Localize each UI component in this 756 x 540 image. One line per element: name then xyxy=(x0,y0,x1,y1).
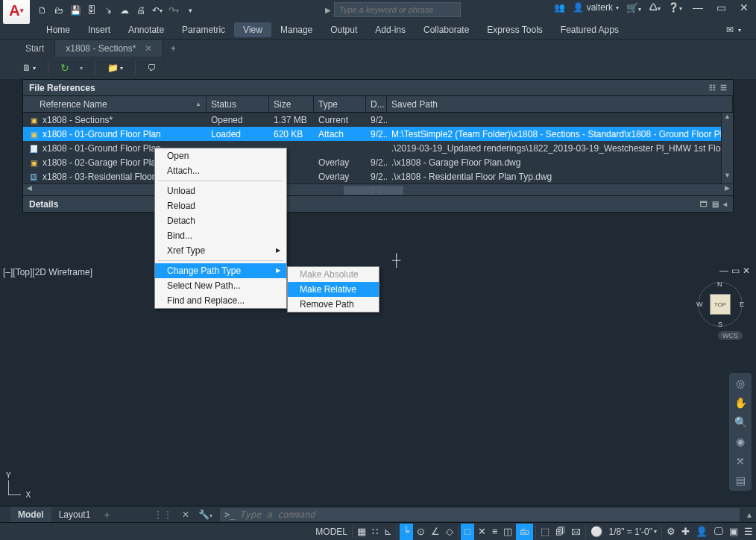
ribbon-tab-annotate[interactable]: Annotate xyxy=(119,22,173,37)
sb-people-icon[interactable]: 👤 xyxy=(693,526,711,537)
navbar-icon[interactable]: ⤧ xyxy=(736,455,745,467)
sb-sel-icon[interactable]: ⬚ xyxy=(538,526,552,537)
ribbon-tab-view[interactable]: View xyxy=(234,22,271,37)
search-play-icon[interactable]: ▶ xyxy=(325,6,331,14)
navbar-icon[interactable]: ◎ xyxy=(736,377,745,389)
th-name[interactable]: Reference Name xyxy=(23,96,207,112)
scroll-up-icon[interactable]: ▲ xyxy=(722,113,733,125)
th-status[interactable]: Status xyxy=(207,96,269,112)
qat-open-icon[interactable]: 🗁 xyxy=(51,3,66,18)
cmd-customize-icon[interactable]: 🔧▾ xyxy=(194,509,217,520)
ribbon-tab-addins[interactable]: Add-ins xyxy=(366,22,415,37)
sb-infer-icon[interactable]: ⊾ xyxy=(381,526,395,537)
app-store-icon[interactable]: 🛆▾ xyxy=(649,2,661,13)
vertical-scrollbar[interactable]: ▲ ▼ xyxy=(721,113,733,183)
menu-item[interactable]: Xref Type xyxy=(155,243,286,258)
sb-qprop-icon[interactable]: 🗐 xyxy=(552,526,568,537)
refresh-button[interactable]: ↻ xyxy=(60,62,69,74)
ribbon-tab-output[interactable]: Output xyxy=(321,22,366,37)
qat-plot-icon[interactable]: 🖨 xyxy=(133,3,148,18)
layout-tab-model[interactable]: Model xyxy=(10,507,51,522)
vp-minimize[interactable]: — xyxy=(719,266,728,276)
menu-item[interactable]: Make Relative xyxy=(288,282,379,297)
sb-plus-icon[interactable]: ✚ xyxy=(678,526,693,537)
filetab-close-icon[interactable]: ✕ xyxy=(145,43,152,54)
window-close[interactable]: ✕ xyxy=(737,1,752,13)
sb-iso-icon[interactable]: ◇ xyxy=(443,526,456,537)
layout-tab-layout1[interactable]: Layout1 xyxy=(51,507,98,522)
sb-scale[interactable]: 1/8" = 1'-0"▾ xyxy=(605,527,660,537)
navbar-icon[interactable]: 🔍 xyxy=(734,416,747,428)
sb-max-icon[interactable]: ▣ xyxy=(726,526,741,537)
ribbon-tab-insert[interactable]: Insert xyxy=(79,22,119,37)
cart-icon[interactable]: 🛒▾ xyxy=(626,2,641,13)
window-minimize[interactable]: — xyxy=(690,1,706,13)
scroll-right-icon[interactable]: ▶ xyxy=(721,184,733,195)
ribbon-tab-featured[interactable]: Featured Apps xyxy=(552,22,628,37)
sb-cycle-icon[interactable]: 🖮 xyxy=(516,524,533,540)
sb-custom-icon[interactable]: ☰ xyxy=(741,526,756,537)
th-date[interactable]: D... xyxy=(366,96,387,112)
sb-polar-icon[interactable]: ∠ xyxy=(428,526,443,537)
ribbon-tab-collaborate[interactable]: Collaborate xyxy=(415,22,478,37)
menu-item[interactable]: Find and Replace... xyxy=(155,293,286,308)
sb-model[interactable]: MODEL xyxy=(312,527,350,537)
sb-monitor-icon[interactable]: 🖵 xyxy=(711,526,726,537)
th-size[interactable]: Size xyxy=(269,96,314,112)
menu-item[interactable]: Detach xyxy=(155,213,286,228)
tree-view-icon[interactable]: ☰ xyxy=(720,84,727,92)
filetab-sections[interactable]: x1808 - Sections* ✕ xyxy=(55,40,163,57)
menu-item[interactable]: Bind... xyxy=(155,228,286,243)
attach-dwg-button[interactable]: 🗎▾ xyxy=(22,63,36,73)
horizontal-scrollbar[interactable]: ◀ ⋮⋮ ▶ xyxy=(23,183,733,195)
cmd-close-icon[interactable]: ✕ xyxy=(177,509,194,520)
table-row[interactable]: ▣x1808 - 01-Ground Floor PlanLoaded620 K… xyxy=(23,127,733,141)
menu-item[interactable]: Attach... xyxy=(155,163,286,178)
qat-save-icon[interactable]: 💾 xyxy=(68,3,83,18)
details-list-icon[interactable]: ▤ xyxy=(712,200,719,208)
help-button[interactable]: 🗩 xyxy=(148,63,157,73)
ribbon-tab-parametric[interactable]: Parametric xyxy=(173,22,234,37)
vp-restore[interactable]: ▭ xyxy=(731,266,740,276)
sb-snap-icon[interactable]: ∷ xyxy=(369,526,381,537)
sb-ann-icon[interactable]: 🖂 xyxy=(568,526,584,537)
mail-icon[interactable]: ✉ xyxy=(726,25,734,35)
command-input[interactable] xyxy=(239,509,740,520)
navbar-icon[interactable]: ▤ xyxy=(736,474,746,486)
signin-icon[interactable]: 👥 xyxy=(554,2,565,13)
search-input[interactable] xyxy=(334,2,461,17)
menu-item[interactable]: Remove Path xyxy=(288,297,379,312)
table-row[interactable]: ▣x1808 - 02-Garage Floor PlanKBOverlay9/… xyxy=(23,155,733,169)
qat-more-icon[interactable]: ▾ xyxy=(183,3,198,18)
qat-undo-icon[interactable]: ↶▾ xyxy=(150,3,165,18)
app-logo[interactable]: A▾ xyxy=(3,0,30,24)
sb-annoscale-icon[interactable]: ⚪ xyxy=(588,526,605,537)
viewcube[interactable]: N S E W TOP xyxy=(698,282,743,327)
sb-ortho-icon[interactable]: ⊙ xyxy=(414,526,428,537)
menu-item[interactable]: Change Path Type xyxy=(155,263,286,278)
scroll-left-icon[interactable]: ◀ xyxy=(23,184,35,195)
ribbon-tab-manage[interactable]: Manage xyxy=(271,22,321,37)
ribbon-tab-express[interactable]: Express Tools xyxy=(478,22,551,37)
qat-saveas-icon[interactable]: 🗄 xyxy=(84,3,99,18)
navbar-icon[interactable]: ✋ xyxy=(734,397,747,409)
change-path-button[interactable]: 📁▾ xyxy=(107,63,123,73)
th-path[interactable]: Saved Path xyxy=(387,96,733,112)
sb-trans-icon[interactable]: ◫ xyxy=(500,526,515,537)
menu-item[interactable]: Unload xyxy=(155,183,286,198)
details-collapse-icon[interactable]: ◂ xyxy=(723,200,727,208)
sb-lwt-icon[interactable]: ≡ xyxy=(489,526,501,537)
menu-item[interactable]: Select New Path... xyxy=(155,278,286,293)
sb-3dosnap-icon[interactable]: ✕ xyxy=(475,526,489,537)
sb-osnap-icon[interactable]: □ xyxy=(461,524,474,540)
qat-cloud-icon[interactable]: ☁ xyxy=(117,3,132,18)
navbar-icon[interactable]: ◉ xyxy=(736,436,745,448)
user-area[interactable]: 👤 valterk ▾ xyxy=(573,2,619,13)
qat-new-icon[interactable]: 🗋 xyxy=(35,3,50,18)
qat-redo-icon[interactable]: ↷▾ xyxy=(166,3,181,18)
viewcube-face[interactable]: TOP xyxy=(710,294,731,315)
details-preview-icon[interactable]: 🗔 xyxy=(700,200,708,208)
viewport-label[interactable]: [–][Top][2D Wireframe] xyxy=(3,267,92,277)
sb-dyninput-icon[interactable]: ┕ xyxy=(400,524,413,540)
vp-close[interactable]: ✕ xyxy=(743,266,750,276)
